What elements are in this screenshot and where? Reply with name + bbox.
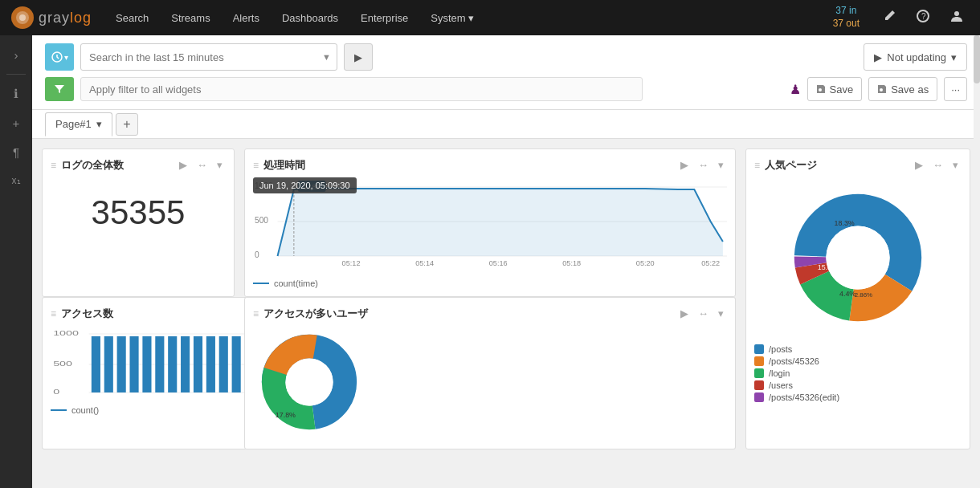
clock-icon	[51, 51, 63, 63]
legend-line	[253, 283, 269, 284]
processing-time-header: ≡ 処理時間 ▶ ↔ ▾	[253, 157, 727, 173]
time-range-button[interactable]: ▾	[45, 43, 74, 71]
sidebar-add-btn[interactable]: +	[3, 110, 29, 136]
legend-item-login: /login	[754, 368, 962, 378]
top-users-title-wrap: ≡ アクセスが多いユーザ	[253, 307, 368, 321]
search-area: ▾ ▼ ▶ ▶ Not updating ▾	[32, 35, 980, 110]
user-icon[interactable]	[943, 6, 970, 30]
svg-text:58.7%: 58.7%	[868, 247, 888, 255]
main-layout: › ℹ + ¶ x₁ ▾ ▼ ▶ ▶	[0, 35, 980, 488]
legend-item-users: /users	[754, 380, 962, 390]
help-icon[interactable]: ?	[909, 6, 937, 30]
not-updating-label: Not updating	[887, 51, 946, 63]
svg-rect-41	[104, 336, 113, 392]
sidebar-info-btn[interactable]: ℹ	[3, 81, 29, 107]
svg-text:1000: 1000	[255, 181, 273, 190]
nav-dashboards[interactable]: Dashboards	[274, 9, 346, 27]
nav-enterprise[interactable]: Enterprise	[353, 9, 416, 27]
more-ctrl-btn-2[interactable]: ▾	[715, 157, 727, 173]
sidebar-subscript-btn[interactable]: x₁	[3, 168, 29, 193]
log-count-title-wrap: ≡ ログの全体数	[51, 158, 124, 173]
svg-point-28	[826, 226, 889, 289]
top-navigation: graylog Search Streams Alerts Dashboards…	[0, 0, 980, 35]
svg-rect-48	[194, 336, 202, 392]
more-options-button[interactable]: ···	[944, 77, 967, 101]
save-as-button[interactable]: Save as	[868, 77, 937, 101]
play-ctrl-btn-2[interactable]: ▶	[677, 157, 692, 173]
nav-system[interactable]: System ▾	[423, 9, 482, 27]
save-as-icon	[877, 84, 887, 94]
svg-text:0: 0	[53, 388, 59, 396]
play-ctrl-btn[interactable]: ▶	[176, 157, 190, 173]
filter-input[interactable]	[80, 77, 643, 101]
time-caret: ▾	[64, 53, 68, 62]
svg-text:15.8%: 15.8%	[818, 263, 838, 271]
filter-button[interactable]	[45, 77, 74, 101]
svg-text:500: 500	[53, 360, 72, 368]
nav-streams[interactable]: Streams	[163, 9, 218, 27]
tab-page1[interactable]: Page#1 ▾	[45, 112, 112, 136]
popular-pages-controls: ▶ ↔ ▾	[912, 157, 962, 173]
popular-pages-widget: ≡ 人気ページ ▶ ↔ ▾	[745, 148, 970, 449]
save-icon	[816, 84, 826, 94]
log-count-controls: ▶ ↔ ▾	[176, 157, 226, 173]
svg-marker-13	[278, 188, 723, 256]
svg-text:05:20: 05:20	[636, 259, 655, 266]
drag-icon-6: ≡	[253, 308, 259, 319]
top-users-donut-svg: 17.8%	[253, 326, 365, 438]
processing-time-chart: Jun 19, 2020, 05:09:30 1000 500 0	[253, 177, 727, 274]
legend-dot-posts-edit	[754, 392, 764, 402]
svg-text:18.3%: 18.3%	[835, 219, 855, 227]
more-ctrl-btn[interactable]: ▾	[214, 157, 226, 173]
scrollbar[interactable]	[974, 35, 980, 488]
filter-row: ♟ Save Save as ···	[45, 77, 967, 101]
expand-ctrl-btn-3[interactable]: ↔	[929, 157, 946, 173]
processing-time-widget: ≡ 処理時間 ▶ ↔ ▾ Jun 19, 2020, 05:09:30 1000…	[244, 148, 736, 297]
play-ctrl-btn-6[interactable]: ▶	[677, 306, 692, 321]
tab-page1-caret: ▾	[96, 118, 102, 130]
run-search-button[interactable]: ▶	[344, 43, 373, 71]
sidebar-collapse-btn[interactable]: ›	[3, 42, 29, 67]
messages-in: 37 in	[833, 5, 860, 18]
legend-item-posts: /posts	[754, 344, 962, 354]
processing-time-legend: count(time)	[253, 279, 727, 288]
log-count-header: ≡ ログの全体数 ▶ ↔ ▾	[51, 157, 226, 173]
bookmark-icon[interactable]: ♟	[790, 82, 801, 97]
legend-dot-posts45326	[754, 356, 764, 366]
processing-time-title-wrap: ≡ 処理時間	[253, 158, 305, 173]
not-updating-icon: ▶	[874, 51, 882, 63]
svg-rect-50	[219, 336, 228, 392]
search-input[interactable]	[80, 43, 337, 71]
legend-label: count(time)	[274, 279, 318, 288]
svg-rect-49	[206, 336, 215, 392]
sidebar-paragraph-btn[interactable]: ¶	[3, 139, 29, 165]
search-dropdown-caret: ▼	[322, 52, 331, 62]
nav-alerts[interactable]: Alerts	[225, 9, 267, 27]
not-updating-button[interactable]: ▶ Not updating ▾	[864, 43, 967, 71]
nav-search[interactable]: Search	[108, 9, 157, 27]
save-button[interactable]: Save	[807, 77, 863, 101]
expand-ctrl-btn-6[interactable]: ↔	[695, 306, 712, 321]
sidebar: › ℹ + ¶ x₁	[0, 35, 32, 488]
access-count-bar-title-wrap: ≡ アクセス数	[51, 307, 113, 321]
top-users-chart: 17.8%	[253, 326, 727, 441]
svg-text:05:18: 05:18	[562, 259, 581, 266]
svg-rect-40	[92, 336, 100, 392]
more-ctrl-btn-6[interactable]: ▾	[715, 306, 727, 321]
more-ctrl-btn-3[interactable]: ▾	[949, 157, 962, 173]
scrollbar-thumb[interactable]	[974, 35, 980, 83]
legend-dot-login	[754, 368, 764, 378]
top-users-title: アクセスが多いユーザ	[263, 307, 368, 321]
popular-pages-title-wrap: ≡ 人気ページ	[754, 158, 817, 173]
play-ctrl-btn-3[interactable]: ▶	[912, 157, 926, 173]
expand-ctrl-btn-2[interactable]: ↔	[695, 157, 712, 173]
search-row: ▾ ▼ ▶ ▶ Not updating ▾	[45, 43, 967, 71]
messages-out: 37 out	[833, 18, 860, 31]
legend-dot-users	[754, 380, 764, 390]
expand-ctrl-btn[interactable]: ↔	[194, 157, 210, 173]
add-tab-button[interactable]: +	[116, 113, 138, 136]
edit-icon[interactable]	[876, 6, 903, 30]
svg-text:05:16: 05:16	[489, 259, 508, 266]
svg-text:1182: 1182	[304, 183, 320, 191]
popular-pages-title: 人気ページ	[765, 158, 817, 173]
